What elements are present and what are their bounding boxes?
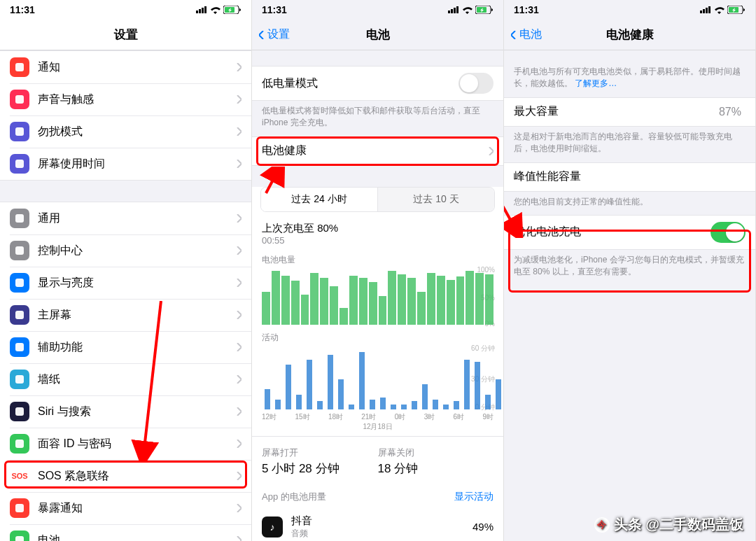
screen-battery-health: 11:31 电池 电池健康 手机电池与所有可充电电池类似，属于易耗部件。使用时间…: [504, 0, 756, 541]
optimized-charging-row[interactable]: 优化电池充电: [504, 216, 755, 249]
svg-rect-13: [15, 311, 24, 319]
svg-rect-16: [15, 407, 24, 416]
row-exposure[interactable]: 暴露通知: [0, 492, 251, 524]
svg-rect-18: [15, 504, 24, 512]
seg-10d[interactable]: 过去 10 天: [378, 188, 494, 211]
row-label: Siri 与搜索: [38, 405, 236, 419]
status-right: [700, 6, 746, 14]
douyin-icon: ♪: [262, 517, 283, 538]
learn-more-link[interactable]: 了解更多…: [575, 78, 617, 88]
max-capacity-label: 最大容量: [514, 104, 719, 119]
activity-chart: 60 分钟 30 分钟 0 分钟: [262, 346, 493, 409]
svg-rect-12: [15, 279, 24, 287]
app-name: 抖音: [291, 514, 472, 528]
row-battery[interactable]: 电池: [0, 524, 251, 541]
row-general[interactable]: 通用: [0, 202, 251, 234]
row-label: 屏幕使用时间: [38, 157, 236, 171]
svg-rect-3: [204, 6, 206, 13]
chevron-right-icon: [236, 246, 241, 255]
max-capacity-row: 最大容量 87%: [504, 98, 755, 126]
show-activity-link[interactable]: 显示活动: [454, 491, 493, 503]
svg-rect-31: [706, 8, 708, 13]
last-charge-time: 00:55: [252, 235, 503, 250]
screen-on-label: 屏幕打开: [262, 447, 378, 459]
svg-rect-24: [454, 8, 456, 13]
row-control-center[interactable]: 控制中心: [0, 234, 251, 267]
svg-rect-2: [202, 8, 204, 13]
svg-rect-29: [700, 10, 702, 13]
low-power-switch[interactable]: [458, 73, 493, 94]
svg-rect-8: [15, 127, 24, 136]
page-title: 电池: [252, 27, 503, 43]
app-pct: 49%: [472, 521, 493, 533]
chevron-right-icon: [488, 147, 493, 155]
row-label: 控制中心: [38, 244, 236, 258]
screen-battery: 11:31 设置 电池 低电量模式 低电量模式将暂时降低如下载和邮件获取等后台活…: [252, 0, 504, 541]
svg-rect-23: [451, 9, 453, 13]
chevron-right-icon: [236, 95, 241, 104]
chevron-right-icon: [236, 343, 241, 351]
watermark: 今 头条 @二手数码盖饭: [594, 515, 743, 534]
chevron-right-icon: [236, 440, 241, 448]
row-sounds[interactable]: 声音与触感: [0, 83, 251, 115]
row-notifications[interactable]: 通知: [0, 51, 251, 83]
svg-rect-1: [199, 9, 201, 13]
battery-health-row[interactable]: 电池健康: [252, 137, 503, 165]
chevron-right-icon: [236, 63, 241, 71]
row-label: 面容 ID 与密码: [38, 437, 236, 451]
chevron-right-icon: [236, 127, 241, 136]
row-accessibility[interactable]: 辅助功能: [0, 331, 251, 363]
page-title: 电池健康: [504, 27, 755, 43]
row-faceid-passcode[interactable]: 面容 ID 与密码: [0, 428, 251, 460]
screen-settings: 11:31 设置 通知声音与触感勿扰模式屏幕使用时间 通用控制中心显示与亮度主屏…: [0, 0, 252, 541]
svg-rect-14: [15, 343, 24, 351]
watermark-text: 头条 @二手数码盖饭: [614, 515, 743, 534]
peak-performance-row: 峰值性能容量: [504, 163, 755, 191]
svg-rect-9: [15, 160, 24, 168]
row-home-screen[interactable]: 主屏幕: [0, 299, 251, 331]
row-label: 墙纸: [38, 372, 236, 387]
row-label: 通知: [38, 60, 236, 75]
svg-rect-30: [703, 9, 705, 13]
status-bar: 11:31: [504, 0, 755, 20]
row-label: 辅助功能: [38, 340, 236, 355]
screen-time-summary: 屏幕打开 5 小时 28 分钟 屏幕关闭 18 分钟: [252, 436, 503, 482]
screen-off-label: 屏幕关闭: [378, 447, 494, 459]
row-label: 电池: [38, 533, 236, 542]
app-row-douyin[interactable]: ♪ 抖音 音频 49%: [252, 507, 503, 541]
seg-24h[interactable]: 过去 24 小时: [261, 188, 378, 211]
svg-rect-0: [196, 10, 198, 13]
peak-note: 您的电池目前支持正常的峰值性能。: [504, 192, 755, 215]
svg-rect-25: [456, 6, 458, 13]
intro-text: 手机电池与所有可充电电池类似，属于易耗部件。使用时间越长，能效越低。 了解更多…: [504, 50, 755, 97]
app-usage-label: App 的电池用量: [262, 491, 326, 503]
screen-on-value: 5 小时 28 分钟: [262, 461, 378, 477]
row-sos[interactable]: SOSSOS 紧急联络: [0, 460, 251, 492]
chevron-right-icon: [236, 311, 241, 319]
row-dnd[interactable]: 勿扰模式: [0, 115, 251, 148]
row-label: 通用: [38, 211, 236, 226]
row-screentime[interactable]: 屏幕使用时间: [0, 148, 251, 180]
row-display-brightness[interactable]: 显示与亮度: [0, 267, 251, 299]
low-power-mode-row[interactable]: 低电量模式: [252, 66, 503, 100]
max-capacity-note: 这是相对于新电池而言的电池容量。容量较低可能导致充电后，电池使用时间缩短。: [504, 127, 755, 162]
svg-rect-11: [15, 246, 24, 255]
chevron-right-icon: [236, 472, 241, 480]
svg-rect-15: [15, 375, 24, 384]
activity-label: 活动: [252, 328, 503, 345]
navbar: 设置: [0, 20, 251, 50]
screen-off-value: 18 分钟: [378, 461, 494, 477]
level-label: 电池电量: [252, 250, 503, 267]
row-label: SOS 紧急联络: [38, 469, 236, 484]
row-siri-search[interactable]: Siri 与搜索: [0, 395, 251, 428]
status-right: [196, 6, 241, 14]
status-time: 11:31: [514, 4, 539, 15]
row-wallpaper[interactable]: 墙纸: [0, 363, 251, 395]
time-range-segmented[interactable]: 过去 24 小时 过去 10 天: [260, 187, 495, 212]
chevron-right-icon: [236, 214, 241, 223]
battery-level-chart: 100% 50% 0%: [262, 269, 493, 325]
peak-label: 峰值性能容量: [514, 169, 746, 184]
chevron-right-icon: [236, 375, 241, 384]
opt-switch[interactable]: [710, 222, 746, 243]
chart-x-axis: 12时15时18时21时0时3时6时9时: [252, 412, 503, 422]
